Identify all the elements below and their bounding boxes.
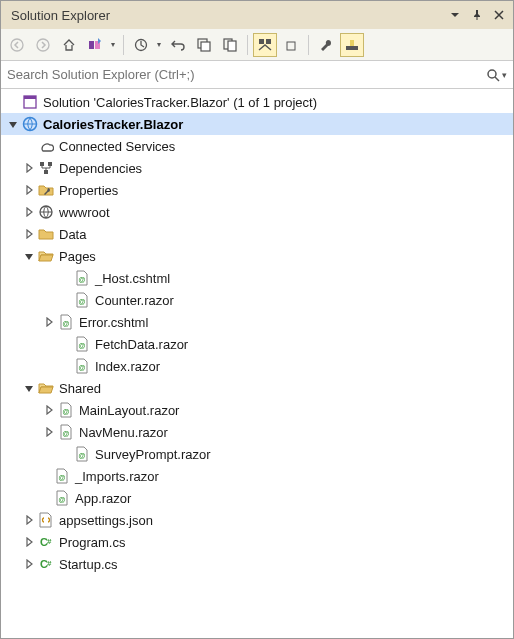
- back-button[interactable]: [5, 33, 29, 57]
- tree-node-file[interactable]: C# Startup.cs: [1, 553, 513, 575]
- expander-closed[interactable]: [21, 185, 37, 195]
- tree-node-file[interactable]: @ _Imports.razor: [1, 465, 513, 487]
- tree-node-file[interactable]: @ Index.razor: [1, 355, 513, 377]
- home-button[interactable]: [57, 33, 81, 57]
- node-label: Connected Services: [59, 139, 175, 154]
- pending-changes-filter-button[interactable]: [129, 33, 153, 57]
- folder-icon: [37, 225, 55, 243]
- search-input[interactable]: [7, 67, 486, 82]
- svg-text:#: #: [47, 537, 52, 546]
- preview-selected-button[interactable]: [253, 33, 277, 57]
- toolbar-separator: [308, 35, 309, 55]
- expander-closed[interactable]: [21, 207, 37, 217]
- tree-node-file[interactable]: C# Program.cs: [1, 531, 513, 553]
- tree-node-file[interactable]: appsettings.json: [1, 509, 513, 531]
- tree-node-file[interactable]: @ MainLayout.razor: [1, 399, 513, 421]
- razor-file-icon: @: [53, 489, 71, 507]
- svg-text:@: @: [63, 408, 70, 415]
- blazor-project-icon: [21, 115, 39, 133]
- properties-folder-icon: [37, 181, 55, 199]
- expander-open[interactable]: [5, 119, 21, 129]
- globe-icon: [37, 203, 55, 221]
- tree-node-connected-services[interactable]: Connected Services: [1, 135, 513, 157]
- tree-node-shared[interactable]: Shared: [1, 377, 513, 399]
- svg-text:@: @: [79, 342, 86, 349]
- razor-file-icon: @: [73, 335, 91, 353]
- expander-closed[interactable]: [41, 405, 57, 415]
- expander-closed[interactable]: [41, 317, 57, 327]
- toolbar: ▾ ▾: [1, 29, 513, 61]
- expander-closed[interactable]: [21, 229, 37, 239]
- svg-point-14: [488, 70, 496, 78]
- expander-open[interactable]: [21, 251, 37, 261]
- svg-point-1: [37, 39, 49, 51]
- tree-node-file[interactable]: @ Error.cshtml: [1, 311, 513, 333]
- svg-point-0: [11, 39, 23, 51]
- razor-file-icon: @: [57, 401, 75, 419]
- forward-button[interactable]: [31, 33, 55, 57]
- node-label: Shared: [59, 381, 101, 396]
- file-label: MainLayout.razor: [79, 403, 179, 418]
- preview-dropdown-button[interactable]: [279, 33, 303, 57]
- sync-button[interactable]: [166, 33, 190, 57]
- csharp-file-icon: C#: [37, 533, 55, 551]
- svg-text:@: @: [59, 496, 66, 503]
- toolbar-separator: [247, 35, 248, 55]
- expander-closed[interactable]: [21, 559, 37, 569]
- svg-rect-20: [44, 170, 48, 174]
- svg-rect-2: [89, 41, 94, 49]
- cshtml-file-icon: @: [73, 269, 91, 287]
- svg-rect-8: [228, 41, 236, 51]
- expander-open[interactable]: [21, 383, 37, 393]
- tree-node-dependencies[interactable]: Dependencies: [1, 157, 513, 179]
- tree-node-wwwroot[interactable]: wwwroot: [1, 201, 513, 223]
- tree-node-properties[interactable]: Properties: [1, 179, 513, 201]
- search-icon[interactable]: ▾: [486, 68, 507, 82]
- switch-views-button[interactable]: [83, 33, 107, 57]
- tree-node-file[interactable]: @ App.razor: [1, 487, 513, 509]
- panel-title: Solution Explorer: [11, 8, 443, 23]
- file-label: SurveyPrompt.razor: [95, 447, 211, 462]
- pin-icon[interactable]: [467, 5, 487, 25]
- svg-text:@: @: [63, 430, 70, 437]
- tree-node-file[interactable]: @ FetchData.razor: [1, 333, 513, 355]
- search-bar[interactable]: ▾: [1, 61, 513, 89]
- svg-rect-6: [201, 42, 210, 51]
- dropdown-position-icon[interactable]: [445, 5, 465, 25]
- switch-views-dropdown[interactable]: ▾: [109, 40, 116, 49]
- tree-node-data[interactable]: Data: [1, 223, 513, 245]
- dependencies-icon: [37, 159, 55, 177]
- titlebar: Solution Explorer: [1, 1, 513, 29]
- svg-text:#: #: [47, 559, 52, 568]
- expander-closed[interactable]: [41, 427, 57, 437]
- tree-node-file[interactable]: @ Counter.razor: [1, 289, 513, 311]
- connected-services-icon: [37, 137, 55, 155]
- tree-node-file[interactable]: @ _Host.cshtml: [1, 267, 513, 289]
- show-all-files-button[interactable]: [218, 33, 242, 57]
- tree-node-file[interactable]: @ SurveyPrompt.razor: [1, 443, 513, 465]
- expander-closed[interactable]: [21, 163, 37, 173]
- cshtml-file-icon: @: [57, 313, 75, 331]
- pending-changes-dropdown[interactable]: ▾: [155, 40, 162, 49]
- close-icon[interactable]: [489, 5, 509, 25]
- svg-rect-13: [350, 40, 354, 46]
- file-label: App.razor: [75, 491, 131, 506]
- razor-file-icon: @: [57, 423, 75, 441]
- solution-tree: Solution 'CaloriesTracker.Blazor' (1 of …: [1, 89, 513, 638]
- file-label: Index.razor: [95, 359, 160, 374]
- solution-node[interactable]: Solution 'CaloriesTracker.Blazor' (1 of …: [1, 91, 513, 113]
- svg-rect-19: [48, 162, 52, 166]
- tree-node-pages[interactable]: Pages: [1, 245, 513, 267]
- expander-closed[interactable]: [21, 537, 37, 547]
- expander-closed[interactable]: [21, 515, 37, 525]
- file-label: NavMenu.razor: [79, 425, 168, 440]
- folder-open-icon: [37, 247, 55, 265]
- svg-text:@: @: [79, 364, 86, 371]
- razor-file-icon: @: [73, 445, 91, 463]
- collapse-all-button[interactable]: [192, 33, 216, 57]
- properties-button[interactable]: [314, 33, 338, 57]
- project-node[interactable]: CaloriesTracker.Blazor: [1, 113, 513, 135]
- razor-file-icon: @: [53, 467, 71, 485]
- track-active-button[interactable]: [340, 33, 364, 57]
- tree-node-file[interactable]: @ NavMenu.razor: [1, 421, 513, 443]
